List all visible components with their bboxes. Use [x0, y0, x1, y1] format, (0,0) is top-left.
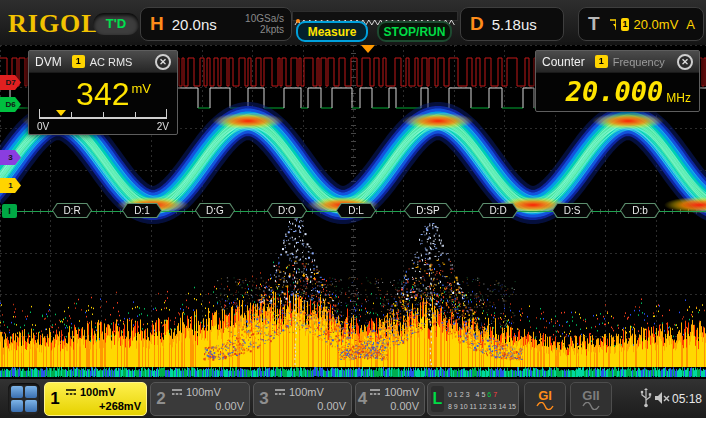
- dc-coupling-icon: [65, 388, 77, 397]
- d-label: D: [470, 13, 484, 35]
- delay-value: 5.18us: [492, 16, 537, 33]
- counter-unit: MHz: [666, 91, 691, 105]
- dvm-scale-labels: 0V 2V: [37, 121, 169, 132]
- channel-scale: 100mV: [80, 385, 115, 399]
- menu-grid-button[interactable]: [8, 383, 40, 415]
- waveform-overview-bar[interactable]: [292, 11, 458, 21]
- sine-wave-icon: [536, 402, 554, 410]
- bus-label-text: D:D: [478, 203, 518, 218]
- bus-label: D:SP: [404, 203, 452, 218]
- la-channel-digits: 01234567 89101112131415: [444, 387, 518, 411]
- trigger-position-marker[interactable]: [361, 45, 375, 53]
- bus-label-text: D:S: [552, 203, 592, 218]
- channel-number: 3: [254, 383, 274, 415]
- dvm-title: DVM: [35, 55, 62, 69]
- la-digit-4: 4: [476, 391, 480, 398]
- channel-number: 1: [45, 383, 65, 415]
- delay-block[interactable]: D 5.18us: [460, 7, 564, 41]
- rigol-logo: RIGOL: [8, 9, 100, 39]
- bus-label: D:1: [122, 203, 162, 218]
- dvm-unit: mV: [132, 81, 152, 96]
- dvm-scale-max: 2V: [157, 121, 169, 132]
- generator-label: GII: [582, 389, 599, 402]
- dvm-value: 342: [76, 77, 129, 111]
- channel-button-3[interactable]: 3100mV0.00V: [253, 382, 352, 416]
- bus-label-text: D:O: [267, 203, 307, 218]
- la-digit-9: 9: [454, 403, 458, 410]
- channel-scale: 100mV: [384, 385, 419, 399]
- dvm-close-icon[interactable]: ✕: [155, 54, 171, 70]
- dvm-source-badge: 1: [72, 55, 85, 68]
- top-bar: RIGOL T'D H 20.0ns 10GSa/s 2kpts Measure…: [0, 0, 706, 45]
- channel-offset: +268mV: [65, 399, 141, 413]
- bus-label: D:D: [478, 203, 518, 218]
- generator-button-2[interactable]: GII: [570, 382, 612, 416]
- bus-label: D:S: [552, 203, 592, 218]
- la-digit-1: 1: [454, 391, 458, 398]
- bottom-bar: 1100mV+268mV2100mV0.00V3100mV0.00V4100mV…: [0, 378, 706, 418]
- channel-number: 4: [356, 383, 369, 415]
- dc-coupling-icon: [274, 388, 286, 397]
- bus-label: D:O: [267, 203, 307, 218]
- bus-label-text: D:L: [336, 203, 376, 218]
- dvm-readout: 342 mV: [29, 73, 177, 111]
- generator-label: GI: [538, 389, 552, 402]
- channel-scale: 100mV: [289, 385, 324, 399]
- la-digit-8: 8: [448, 403, 452, 410]
- la-digit-0: 0: [448, 391, 452, 398]
- la-digit-5: 5: [481, 391, 485, 398]
- la-digit-11: 11: [470, 403, 477, 410]
- dvm-level-marker: [56, 110, 66, 116]
- channel-offset: 0.00V: [369, 399, 419, 413]
- counter-source-badge: 1: [595, 55, 608, 68]
- bus-label-text: D:G: [195, 203, 235, 218]
- la-digit-3: 3: [466, 391, 470, 398]
- sine-wave-icon: [582, 402, 600, 410]
- la-digit-6: 6: [487, 391, 491, 398]
- oscilloscope-screen: RIGOL T'D H 20.0ns 10GSa/s 2kpts Measure…: [0, 0, 706, 418]
- dvm-scale-bar: [39, 111, 167, 119]
- horizontal-timebase-block[interactable]: H 20.0ns 10GSa/s 2kpts: [140, 7, 292, 41]
- stop-run-button[interactable]: STOP/RUN: [377, 21, 452, 42]
- la-digit-7: 7: [493, 391, 497, 398]
- la-digit-14: 14: [498, 403, 506, 410]
- dvm-panel: DVM 1 AC RMS ✕ 342 mV 0V 2V: [28, 50, 178, 135]
- la-digit-15: 15: [508, 403, 516, 410]
- bus-label: D:L: [336, 203, 376, 218]
- h-label: H: [150, 13, 164, 35]
- trigger-sweep-mode: A: [686, 17, 695, 32]
- bus-label-text: D:SP: [404, 203, 452, 218]
- trigger-status-badge: T'D: [93, 13, 139, 35]
- measure-button[interactable]: Measure: [296, 21, 368, 42]
- screenshot-page: RIGOL T'D H 20.0ns 10GSa/s 2kpts Measure…: [0, 0, 711, 423]
- channel-button-1[interactable]: 1100mV+268mV: [44, 382, 147, 416]
- bus-start-indicator: I: [2, 204, 17, 218]
- trigger-source-badge: 1: [621, 18, 628, 31]
- channel-offset: 0.00V: [274, 399, 346, 413]
- generator-button-1[interactable]: GI: [524, 382, 566, 416]
- logic-analyzer-button[interactable]: L 01234567 89101112131415: [427, 382, 519, 416]
- dvm-panel-header[interactable]: DVM 1 AC RMS ✕: [29, 51, 177, 73]
- la-digit-12: 12: [479, 403, 487, 410]
- bus-label-text: D:R: [52, 203, 92, 218]
- la-digit-13: 13: [489, 403, 497, 410]
- timebase-value: 20.0ns: [172, 16, 217, 33]
- channel-scale: 100mV: [186, 385, 221, 399]
- la-label: L: [431, 386, 444, 412]
- counter-close-icon[interactable]: ✕: [677, 54, 693, 70]
- dc-coupling-icon: [369, 388, 381, 397]
- counter-title: Counter: [542, 55, 585, 69]
- counter-readout: 20.000 MHz: [536, 73, 699, 106]
- counter-value: 20.000: [566, 78, 664, 106]
- sample-rate: 10GSa/s: [245, 13, 284, 24]
- trigger-block[interactable]: T 1 20.0mV A: [578, 7, 704, 41]
- channel-button-4[interactable]: 4100mV0.00V: [355, 382, 425, 416]
- la-digit-10: 10: [460, 403, 468, 410]
- trigger-level-value: 20.0mV: [634, 17, 679, 32]
- menu-grid-icon: [11, 386, 23, 398]
- t-label: T: [588, 13, 600, 35]
- channel-number: 2: [151, 383, 171, 415]
- channel-button-2[interactable]: 2100mV0.00V: [150, 382, 250, 416]
- clock-time: 05:18: [672, 392, 702, 406]
- counter-panel-header[interactable]: Counter 1 Frequency ✕: [536, 51, 699, 73]
